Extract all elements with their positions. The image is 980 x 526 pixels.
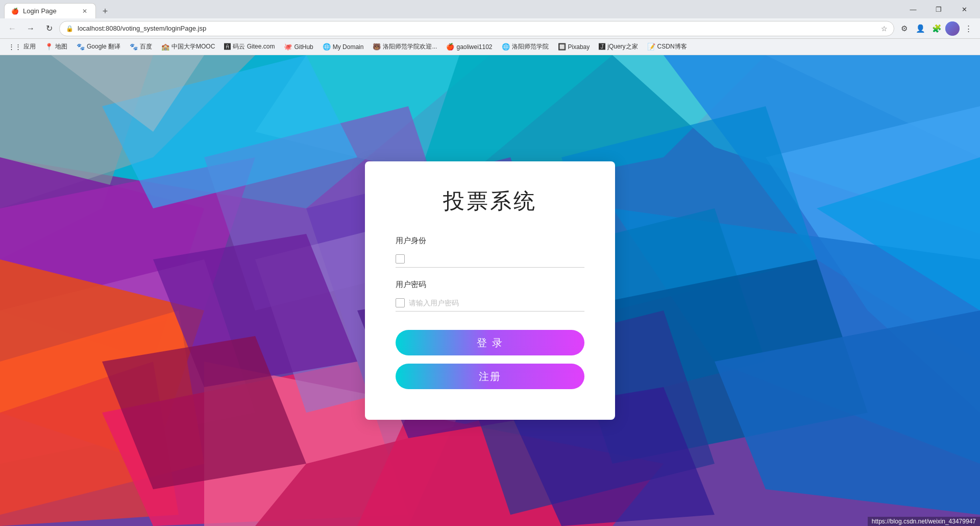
password-label: 用户密码 xyxy=(396,280,584,290)
nav-extras: ⚙ 👤 🧩 ⋮ xyxy=(896,21,976,36)
tab-close-button[interactable]: ✕ xyxy=(80,7,89,16)
csdn-icon: 📝 xyxy=(647,43,655,51)
login-button[interactable]: 登 录 xyxy=(396,330,584,355)
college-icon: 🌐 xyxy=(502,43,510,51)
forward-button[interactable]: → xyxy=(22,20,39,37)
mydomain-icon: 🌐 xyxy=(323,43,331,51)
minimize-button[interactable]: — xyxy=(901,2,925,17)
password-input-wrapper xyxy=(396,295,584,312)
puzzle-button[interactable]: 🧩 xyxy=(929,21,944,36)
bookmark-jquery[interactable]: 🅹 jQuery之家 xyxy=(595,41,642,52)
bookmark-label: jQuery之家 xyxy=(607,42,638,51)
register-button[interactable]: 注册 xyxy=(396,364,584,389)
luoyang-icon: 🐻 xyxy=(373,43,381,51)
avatar-image xyxy=(945,21,960,36)
nav-bar: ← → ↻ 🔒 localhost:8080/voting_system/log… xyxy=(0,18,980,39)
username-group: 用户身份 xyxy=(396,236,584,268)
bookmark-pixabay[interactable]: 🔲 Pixabay xyxy=(554,42,594,52)
translate-icon: 🐾 xyxy=(77,43,85,51)
bookmark-label: 百度 xyxy=(140,42,152,51)
bookmark-gaoliwei[interactable]: 🍎 gaoliwei1102 xyxy=(442,42,496,52)
bookmark-mooc[interactable]: 🏫 中国大学MOOC xyxy=(157,41,219,52)
map-icon: 📍 xyxy=(45,43,53,51)
address-text: localhost:8080/voting_system/loginPage.j… xyxy=(78,25,877,32)
menu-button[interactable]: ⋮ xyxy=(961,21,976,36)
bookmark-translate[interactable]: 🐾 Google 翻译 xyxy=(72,41,125,52)
address-star-icon[interactable]: ☆ xyxy=(881,25,888,33)
username-input[interactable] xyxy=(409,253,584,265)
bookmark-label: 洛阳师范学院 xyxy=(512,42,549,51)
bookmark-label: 中国大学MOOC xyxy=(172,42,215,51)
password-input[interactable] xyxy=(409,297,584,309)
maximize-button[interactable]: ❐ xyxy=(927,2,950,17)
bookmark-label: My Domain xyxy=(333,43,364,51)
refresh-button[interactable]: ↻ xyxy=(41,20,57,37)
address-lock-icon: 🔒 xyxy=(66,25,74,32)
gitee-icon: 🅰 xyxy=(224,43,231,51)
mooc-icon: 🏫 xyxy=(161,43,169,51)
active-tab[interactable]: 🍎 Login Page ✕ xyxy=(4,3,96,18)
bookmark-label: 洛阳师范学院欢迎... xyxy=(383,42,437,51)
close-button[interactable]: ✕ xyxy=(952,2,976,17)
page-title: 投票系统 xyxy=(396,187,584,216)
bookmark-label: 地图 xyxy=(55,42,67,51)
back-button[interactable]: ← xyxy=(4,20,20,37)
username-label: 用户身份 xyxy=(396,236,584,246)
profiles-button[interactable]: 👤 xyxy=(913,21,928,36)
bookmark-luoyang-college[interactable]: 🌐 洛阳师范学院 xyxy=(498,41,553,52)
bookmark-label: CSDN博客 xyxy=(657,42,687,51)
page-content: 投票系统 用户身份 用户密码 登 录 注册 https://blog.csdn.… xyxy=(0,55,980,526)
jquery-icon: 🅹 xyxy=(599,43,605,51)
extensions-button[interactable]: ⚙ xyxy=(896,21,912,36)
bookmark-baidu[interactable]: 🐾 百度 xyxy=(126,41,156,52)
tab-favicon: 🍎 xyxy=(11,7,19,15)
title-bar: 🍎 Login Page ✕ + — ❐ ✕ xyxy=(0,0,980,18)
bookmark-map[interactable]: 📍 地图 xyxy=(41,41,71,52)
password-group: 用户密码 xyxy=(396,280,584,312)
account-avatar[interactable] xyxy=(945,21,960,36)
username-input-wrapper xyxy=(396,251,584,268)
address-bar[interactable]: 🔒 localhost:8080/voting_system/loginPage… xyxy=(59,21,894,36)
tab-bar: 🍎 Login Page ✕ + xyxy=(4,0,897,18)
bookmark-label: gaoliwei1102 xyxy=(456,43,492,51)
apps-icon: ⋮⋮ xyxy=(8,43,21,51)
status-text: https://blog.csdn.net/weixin_43479947 xyxy=(872,518,976,525)
baidu-icon: 🐾 xyxy=(130,43,138,51)
bookmark-label: 码云 Gitee.com xyxy=(233,42,275,51)
new-tab-button[interactable]: + xyxy=(98,4,112,18)
bookmark-csdn[interactable]: 📝 CSDN博客 xyxy=(643,41,691,52)
github-icon: 🐙 xyxy=(284,43,292,51)
tab-label: Login Page xyxy=(23,7,76,15)
bookmark-label: Google 翻译 xyxy=(87,42,120,51)
bookmark-label: GitHub xyxy=(294,43,313,51)
bookmark-mydomain[interactable]: 🌐 My Domain xyxy=(318,42,368,52)
bookmark-luoyang-welcome[interactable]: 🐻 洛阳师范学院欢迎... xyxy=(369,41,441,52)
password-icon xyxy=(396,298,405,307)
bookmark-gitee[interactable]: 🅰 码云 Gitee.com xyxy=(220,41,279,52)
bookmark-apps[interactable]: ⋮⋮ 应用 xyxy=(4,41,40,52)
window-controls: — ❐ ✕ xyxy=(901,2,976,17)
username-icon xyxy=(396,254,405,264)
gaoliwei-icon: 🍎 xyxy=(446,43,454,51)
login-card: 投票系统 用户身份 用户密码 登 录 注册 xyxy=(365,161,615,420)
bookmark-label: Pixabay xyxy=(568,43,590,51)
status-bar: https://blog.csdn.net/weixin_43479947 xyxy=(868,517,980,526)
browser-chrome: 🍎 Login Page ✕ + — ❐ ✕ ← → ↻ 🔒 localhost… xyxy=(0,0,980,55)
pixabay-icon: 🔲 xyxy=(558,43,566,51)
bookmark-github[interactable]: 🐙 GitHub xyxy=(280,42,317,52)
bookmark-label: 应用 xyxy=(23,42,36,51)
bookmarks-bar: ⋮⋮ 应用 📍 地图 🐾 Google 翻译 🐾 百度 🏫 中国大学MOOC 🅰… xyxy=(0,39,980,55)
